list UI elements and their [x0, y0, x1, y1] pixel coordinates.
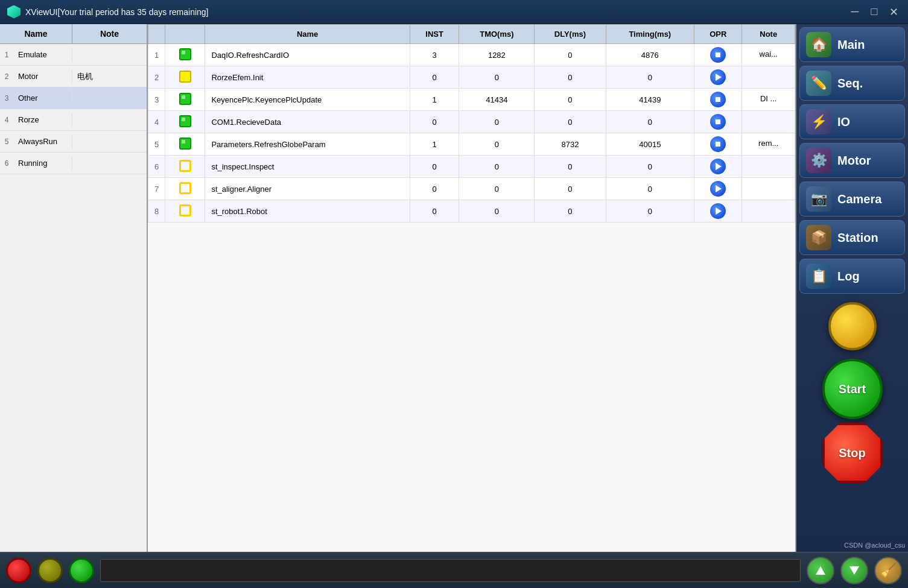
- task-name-cell: COM1.RecieveData: [205, 111, 410, 133]
- row-idx: 7: [148, 178, 165, 200]
- col-name-header: Name: [205, 25, 410, 44]
- tmo-cell: 0: [459, 178, 535, 200]
- inst-cell: 1: [410, 89, 459, 111]
- nav-btn-io[interactable]: ⚡ IO: [799, 104, 905, 139]
- note-cell: wai...: [742, 44, 795, 66]
- dly-cell: 0: [535, 89, 606, 111]
- row-idx: 8: [148, 200, 165, 223]
- status-dot: [179, 182, 191, 194]
- nav-btn-seq[interactable]: ✏️ Seq.: [799, 66, 905, 101]
- col-tmo-header: TMO(ms): [459, 25, 535, 44]
- main-icon: 🏠: [806, 32, 831, 57]
- opr-cell[interactable]: [694, 111, 742, 133]
- status-light-green[interactable]: [69, 558, 94, 583]
- stop-action-button[interactable]: [710, 136, 726, 152]
- minimize-button[interactable]: ─: [848, 5, 862, 19]
- left-table-row[interactable]: 2 Motor 电机: [0, 66, 147, 87]
- play-button[interactable]: [710, 203, 726, 219]
- dly-cell: 0: [535, 44, 606, 66]
- status-dot: [179, 204, 191, 217]
- tmo-cell: 41434: [459, 89, 535, 111]
- app-icon: [7, 5, 21, 19]
- table-row[interactable]: 5 Parameters.RefreshGlobeParam 1 0 8732 …: [148, 133, 795, 156]
- stop-action-button[interactable]: [710, 114, 726, 130]
- table-row[interactable]: 6 st_inspect.Inspect 0 0 0 0: [148, 156, 795, 178]
- close-button[interactable]: ✕: [886, 5, 901, 19]
- left-col-name-header: Name: [0, 24, 72, 43]
- yellow-indicator[interactable]: [828, 302, 877, 350]
- play-button[interactable]: [710, 159, 726, 174]
- table-row[interactable]: 4 COM1.RecieveData 0 0 0 0: [148, 111, 795, 133]
- stop-icon: [716, 142, 720, 147]
- play-button[interactable]: [710, 69, 726, 85]
- table-row[interactable]: 1 DaqIO.RefreshCardIO 3 1282 0 4876 wai.…: [148, 44, 795, 66]
- status-light-red[interactable]: [6, 558, 31, 583]
- opr-cell[interactable]: [694, 66, 742, 89]
- opr-cell[interactable]: [694, 133, 742, 156]
- main-table: Name INST TMO(ms) DLY(ms) Timing(ms) OPR…: [148, 24, 795, 223]
- col-timing-header: Timing(ms): [606, 25, 694, 44]
- stop-icon: [716, 52, 720, 57]
- left-table-row[interactable]: 6 Running: [0, 153, 147, 174]
- opr-cell[interactable]: [694, 178, 742, 200]
- status-input[interactable]: [100, 559, 801, 582]
- stop-button[interactable]: Stop: [822, 423, 883, 483]
- left-table-row[interactable]: 3 Other: [0, 87, 147, 109]
- stop-action-button[interactable]: [710, 92, 726, 107]
- row-name: Emulate: [13, 48, 72, 62]
- play-button[interactable]: [710, 181, 726, 197]
- right-sidebar: 🏠 Main ✏️ Seq. ⚡ IO ⚙️ Motor 📷 Camera 📦 …: [796, 24, 908, 552]
- nav-btn-main[interactable]: 🏠 Main: [799, 27, 905, 62]
- opr-cell[interactable]: [694, 44, 742, 66]
- dly-cell: 8732: [535, 133, 606, 156]
- table-row[interactable]: 8 st_robot1.Robot 0 0 0 0: [148, 200, 795, 223]
- col-dly-header: DLY(ms): [535, 25, 606, 44]
- io-icon: ⚡: [806, 109, 831, 134]
- tmo-cell: 0: [459, 111, 535, 133]
- row-index: 5: [0, 138, 13, 146]
- status-light-olive[interactable]: [37, 558, 63, 583]
- left-table-row[interactable]: 1 Emulate: [0, 44, 147, 66]
- opr-cell[interactable]: [694, 200, 742, 223]
- stop-action-button[interactable]: [710, 47, 726, 63]
- maximize-button[interactable]: □: [867, 5, 881, 19]
- nav-btn-camera[interactable]: 📷 Camera: [799, 182, 905, 217]
- left-table-row[interactable]: 4 Rorze: [0, 109, 147, 131]
- row-idx: 4: [148, 111, 165, 133]
- row-index: 4: [0, 116, 13, 124]
- seq-label: Seq.: [837, 77, 863, 90]
- timing-cell: 0: [606, 178, 694, 200]
- inst-cell: 0: [410, 111, 459, 133]
- status-cell: [165, 178, 205, 200]
- opr-cell[interactable]: [694, 89, 742, 111]
- row-idx: 3: [148, 89, 165, 111]
- scroll-up-button[interactable]: [807, 557, 834, 584]
- col-inst-header: INST: [410, 25, 459, 44]
- tmo-cell: 0: [459, 133, 535, 156]
- table-row[interactable]: 3 KeyencePlc.KeyencePlcUpdate 1 41434 0 …: [148, 89, 795, 111]
- left-table-row[interactable]: 5 AlwaysRun: [0, 131, 147, 153]
- row-idx: 2: [148, 66, 165, 89]
- nav-btn-station[interactable]: 📦 Station: [799, 220, 905, 255]
- row-note: [72, 96, 147, 101]
- nav-btn-log[interactable]: 📋 Log: [799, 259, 905, 294]
- inst-cell: 0: [410, 66, 459, 89]
- note-cell: [742, 66, 795, 89]
- table-row[interactable]: 2 RorzeEfem.Init 0 0 0 0: [148, 66, 795, 89]
- clear-button[interactable]: 🧹: [874, 557, 902, 584]
- motor-label: Motor: [837, 154, 871, 168]
- status-dot: [179, 115, 191, 127]
- timing-cell: 41439: [606, 89, 694, 111]
- start-button[interactable]: Start: [822, 359, 883, 419]
- timing-cell: 40015: [606, 133, 694, 156]
- nav-btn-motor[interactable]: ⚙️ Motor: [799, 143, 905, 178]
- opr-cell[interactable]: [694, 156, 742, 178]
- col-opr-header: OPR: [694, 25, 742, 44]
- status-cell: [165, 44, 205, 66]
- status-cell: [165, 200, 205, 223]
- scroll-down-button[interactable]: [840, 557, 868, 584]
- left-col-note-header: Note: [72, 24, 147, 43]
- table-row[interactable]: 7 st_aligner.Aligner 0 0 0 0: [148, 178, 795, 200]
- main-layout: Name Note 1 Emulate 2 Motor 电机 3 Other 4…: [0, 24, 908, 552]
- inst-cell: 0: [410, 156, 459, 178]
